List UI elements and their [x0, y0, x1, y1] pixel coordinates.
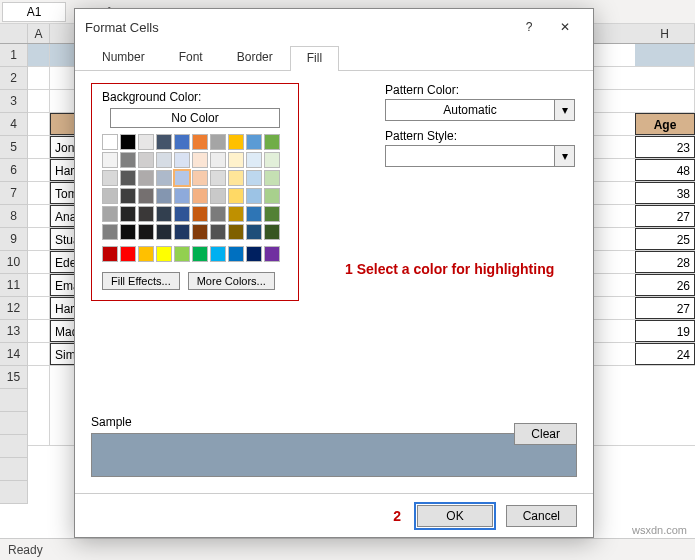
row-header[interactable]: 6 — [0, 159, 28, 182]
pattern-color-combo[interactable]: Automatic ▾ — [385, 99, 575, 121]
color-swatch[interactable] — [228, 134, 244, 150]
color-swatch[interactable] — [102, 206, 118, 222]
color-swatch[interactable] — [210, 246, 226, 262]
color-swatch[interactable] — [246, 152, 262, 168]
color-swatch[interactable] — [120, 224, 136, 240]
row-header[interactable]: 7 — [0, 182, 28, 205]
table-cell[interactable]: 27 — [635, 205, 695, 227]
color-swatch[interactable] — [120, 152, 136, 168]
row-header[interactable]: 14 — [0, 343, 28, 366]
table-cell[interactable]: 38 — [635, 182, 695, 204]
color-swatch[interactable] — [246, 206, 262, 222]
color-swatch[interactable] — [102, 246, 118, 262]
color-swatch[interactable] — [174, 170, 190, 186]
table-cell[interactable] — [635, 44, 695, 66]
row-header[interactable]: 11 — [0, 274, 28, 297]
cell-a1[interactable] — [28, 44, 50, 66]
color-swatch[interactable] — [102, 188, 118, 204]
color-swatch[interactable] — [102, 152, 118, 168]
table-cell[interactable]: Age — [635, 113, 695, 135]
table-cell[interactable]: 48 — [635, 159, 695, 181]
color-swatch[interactable] — [264, 206, 280, 222]
row-header[interactable]: 8 — [0, 205, 28, 228]
cancel-button[interactable]: Cancel — [506, 505, 577, 527]
chevron-down-icon[interactable]: ▾ — [555, 145, 575, 167]
name-box[interactable]: A1 — [2, 2, 66, 22]
color-swatch[interactable] — [138, 206, 154, 222]
row-header[interactable]: 10 — [0, 251, 28, 274]
color-swatch[interactable] — [264, 134, 280, 150]
color-swatch[interactable] — [210, 224, 226, 240]
color-swatch[interactable] — [228, 224, 244, 240]
color-swatch[interactable] — [192, 206, 208, 222]
table-cell[interactable]: 27 — [635, 297, 695, 319]
row-header[interactable]: 9 — [0, 228, 28, 251]
color-swatch[interactable] — [264, 246, 280, 262]
fill-effects-button[interactable]: Fill Effects... — [102, 272, 180, 290]
color-swatch[interactable] — [228, 188, 244, 204]
color-swatch[interactable] — [102, 170, 118, 186]
color-swatch[interactable] — [138, 170, 154, 186]
table-cell[interactable]: 23 — [635, 136, 695, 158]
color-swatch[interactable] — [228, 170, 244, 186]
table-cell[interactable]: 28 — [635, 251, 695, 273]
row-header[interactable]: 2 — [0, 67, 28, 90]
color-swatch[interactable] — [192, 152, 208, 168]
color-swatch[interactable] — [174, 152, 190, 168]
row-header[interactable]: 4 — [0, 113, 28, 136]
tab-number[interactable]: Number — [85, 45, 162, 70]
color-swatch[interactable] — [156, 246, 172, 262]
table-cell[interactable]: 24 — [635, 343, 695, 365]
color-swatch[interactable] — [192, 246, 208, 262]
tab-border[interactable]: Border — [220, 45, 290, 70]
color-swatch[interactable] — [120, 188, 136, 204]
color-swatch[interactable] — [120, 170, 136, 186]
color-swatch[interactable] — [246, 246, 262, 262]
clear-button[interactable]: Clear — [514, 423, 577, 445]
color-swatch[interactable] — [246, 188, 262, 204]
col-header-a[interactable]: A — [28, 24, 50, 43]
color-swatch[interactable] — [264, 224, 280, 240]
no-color-button[interactable]: No Color — [110, 108, 280, 128]
table-cell[interactable]: 19 — [635, 320, 695, 342]
row-header[interactable]: 1 — [0, 44, 28, 67]
color-swatch[interactable] — [228, 246, 244, 262]
table-cell[interactable] — [635, 67, 695, 89]
color-swatch[interactable] — [174, 224, 190, 240]
more-colors-button[interactable]: More Colors... — [188, 272, 275, 290]
color-swatch[interactable] — [246, 170, 262, 186]
row-header[interactable]: 15 — [0, 366, 28, 389]
color-swatch[interactable] — [210, 170, 226, 186]
color-swatch[interactable] — [156, 152, 172, 168]
row-header[interactable]: 13 — [0, 320, 28, 343]
color-swatch[interactable] — [192, 134, 208, 150]
chevron-down-icon[interactable]: ▾ — [555, 99, 575, 121]
color-swatch[interactable] — [174, 134, 190, 150]
color-swatch[interactable] — [120, 246, 136, 262]
color-swatch[interactable] — [210, 188, 226, 204]
color-swatch[interactable] — [138, 152, 154, 168]
tab-fill[interactable]: Fill — [290, 46, 339, 71]
color-swatch[interactable] — [264, 188, 280, 204]
color-swatch[interactable] — [210, 134, 226, 150]
color-swatch[interactable] — [210, 206, 226, 222]
color-swatch[interactable] — [174, 188, 190, 204]
color-swatch[interactable] — [228, 206, 244, 222]
color-swatch[interactable] — [174, 206, 190, 222]
help-button[interactable]: ? — [511, 13, 547, 41]
table-cell[interactable]: 26 — [635, 274, 695, 296]
color-swatch[interactable] — [156, 206, 172, 222]
color-swatch[interactable] — [156, 224, 172, 240]
table-cell[interactable]: 25 — [635, 228, 695, 250]
ok-button[interactable]: OK — [417, 505, 492, 527]
color-swatch[interactable] — [138, 188, 154, 204]
color-swatch[interactable] — [174, 246, 190, 262]
tab-font[interactable]: Font — [162, 45, 220, 70]
color-swatch[interactable] — [156, 188, 172, 204]
color-swatch[interactable] — [120, 206, 136, 222]
pattern-style-combo[interactable]: ▾ — [385, 145, 575, 167]
color-swatch[interactable] — [102, 134, 118, 150]
row-header[interactable]: 12 — [0, 297, 28, 320]
color-swatch[interactable] — [192, 224, 208, 240]
color-swatch[interactable] — [156, 134, 172, 150]
